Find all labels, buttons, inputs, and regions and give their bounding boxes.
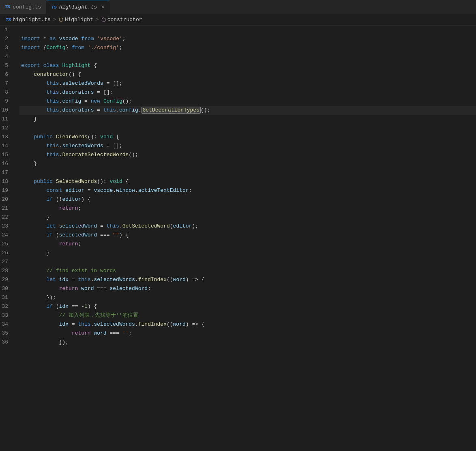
tab-highlight[interactable]: TS highlight.ts ×: [46, 0, 109, 14]
code-line-1: [19, 26, 476, 34]
code-line-5: export class Highlight {: [19, 61, 476, 70]
ts-icon-highlight: TS: [51, 5, 56, 10]
tab-bar: TS config.ts TS highlight.ts ×: [0, 0, 476, 14]
ln-23: 23: [0, 222, 15, 231]
ln-15: 15: [0, 150, 15, 159]
code-line-3: import {Config} from './config';: [19, 43, 476, 52]
code-lines[interactable]: import * as vscode from 'vscode'; import…: [19, 26, 476, 451]
ln-35: 35: [0, 329, 15, 338]
code-line-8: this.decorators = [];: [19, 88, 476, 97]
code-line-28: // find exist in words: [19, 266, 476, 275]
code-line-32: if (idx == -1) {: [19, 302, 476, 311]
ln-19: 19: [0, 186, 15, 195]
code-line-15: this.DecorateSelectedWords();: [19, 150, 476, 159]
ln-29: 29: [0, 275, 15, 284]
ln-16: 16: [0, 159, 15, 168]
code-line-19: const editor = vscode.window.activeTextE…: [19, 186, 476, 195]
breadcrumb-sep-2: >: [96, 17, 99, 23]
ts-icon-config: TS: [5, 4, 10, 9]
breadcrumb-member[interactable]: constructor: [107, 17, 142, 23]
code-line-18: public SelectedWords(): void {: [19, 177, 476, 186]
ln-14: 14: [0, 142, 15, 150]
breadcrumb-class-icon: ⬡: [59, 17, 63, 23]
code-line-22: }: [19, 213, 476, 222]
code-line-23: let selectedWord = this.GetSelectedWord(…: [19, 222, 476, 231]
breadcrumb: TS highlight.ts > ⬡ Highlight > ⬡ constr…: [0, 14, 476, 26]
close-tab-button[interactable]: ×: [101, 4, 104, 11]
ln-18: 18: [0, 177, 15, 186]
ln-17: 17: [0, 168, 15, 177]
ln-36: 36: [0, 338, 15, 347]
code-line-14: this.selectedWords = [];: [19, 142, 476, 150]
breadcrumb-sep-1: >: [53, 17, 56, 23]
ln-21: 21: [0, 204, 15, 213]
ln-8: 8: [0, 88, 15, 97]
breadcrumb-class[interactable]: Highlight: [65, 17, 93, 23]
ln-4: 4: [0, 52, 15, 61]
code-line-36: });: [19, 338, 476, 347]
ln-33: 33: [0, 311, 15, 320]
ln-7: 7: [0, 79, 15, 88]
code-container: 1 2 3 4 5 6 7 8 9 10 11 12 13 14 15 16 1…: [0, 26, 476, 451]
breadcrumb-ts-icon: TS: [6, 17, 11, 22]
breadcrumb-member-icon: ⬡: [101, 17, 106, 23]
code-line-6: constructor() {: [19, 70, 476, 79]
ln-9: 9: [0, 97, 15, 106]
ln-31: 31: [0, 293, 15, 302]
code-line-35: return word === '';: [19, 329, 476, 338]
code-line-13: public ClearWords(): void {: [19, 133, 476, 142]
code-line-33: // 加入列表，先找等于''的位置: [19, 311, 476, 320]
ln-34: 34: [0, 320, 15, 329]
ln-6: 6: [0, 70, 15, 79]
tab-config-label: config.ts: [13, 4, 41, 10]
ln-24: 24: [0, 231, 15, 240]
ln-13: 13: [0, 133, 15, 142]
code-line-16: }: [19, 159, 476, 168]
ln-22: 22: [0, 213, 15, 222]
code-line-26: }: [19, 249, 476, 258]
code-line-25: return;: [19, 240, 476, 249]
code-line-12: [19, 124, 476, 133]
code-line-29: let idx = this.selectedWords.findIndex((…: [19, 275, 476, 284]
code-line-30: return word === selectedWord;: [19, 284, 476, 293]
ln-10: 10: [0, 106, 15, 115]
tab-highlight-label: highlight.ts: [59, 4, 97, 10]
ln-30: 30: [0, 284, 15, 293]
ln-12: 12: [0, 124, 15, 133]
code-line-9: this.config = new Config();: [19, 97, 476, 106]
ln-32: 32: [0, 302, 15, 311]
ln-27: 27: [0, 258, 15, 266]
code-line-27: [19, 258, 476, 266]
code-line-34: idx = this.selectedWords.findIndex((word…: [19, 320, 476, 329]
tab-config[interactable]: TS config.ts: [0, 0, 46, 14]
code-line-11: }: [19, 115, 476, 124]
ln-1: 1: [0, 26, 15, 34]
code-line-2: import * as vscode from 'vscode';: [19, 34, 476, 43]
code-line-24: if (selectedWord === "") {: [19, 231, 476, 240]
ln-5: 5: [0, 61, 15, 70]
breadcrumb-filename[interactable]: highlight.ts: [13, 17, 51, 23]
ln-25: 25: [0, 240, 15, 249]
ln-20: 20: [0, 195, 15, 204]
line-numbers: 1 2 3 4 5 6 7 8 9 10 11 12 13 14 15 16 1…: [0, 26, 19, 451]
code-line-4: [19, 52, 476, 61]
code-line-21: return;: [19, 204, 476, 213]
ln-26: 26: [0, 249, 15, 258]
code-line-17: [19, 168, 476, 177]
code-line-10: this.decorators = this.config.GetDecorat…: [19, 106, 476, 115]
ln-2: 2: [0, 34, 15, 43]
ln-11: 11: [0, 115, 15, 124]
code-line-7: this.selectedWords = [];: [19, 79, 476, 88]
ln-28: 28: [0, 266, 15, 275]
editor-area: 1 2 3 4 5 6 7 8 9 10 11 12 13 14 15 16 1…: [0, 26, 476, 451]
ln-3: 3: [0, 43, 15, 52]
code-line-31: });: [19, 293, 476, 302]
code-line-20: if (!editor) {: [19, 195, 476, 204]
